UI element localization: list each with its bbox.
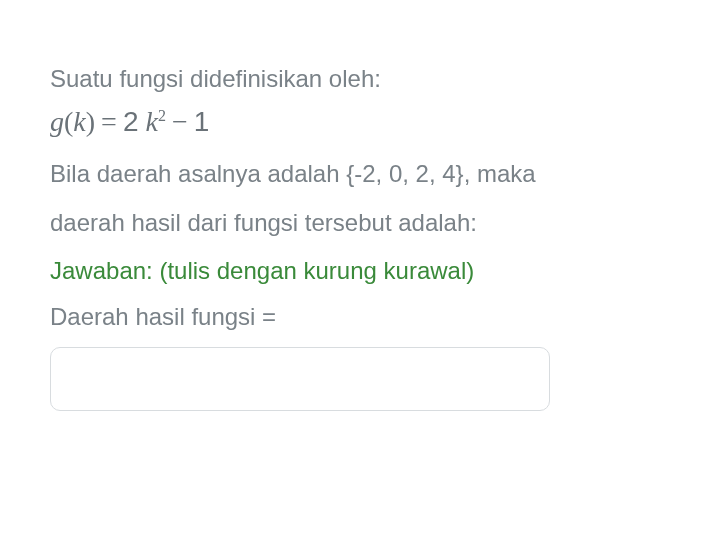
function-formula: g(k)=2 k2−1 <box>50 106 670 138</box>
constant: 1 <box>194 106 210 137</box>
equals-sign: = <box>101 106 117 137</box>
open-paren: ( <box>64 106 73 137</box>
answer-input[interactable] <box>50 347 550 411</box>
answer-hint: Jawaban: (tulis dengan kurung kurawal) <box>50 252 670 290</box>
exponent: 2 <box>158 107 166 124</box>
intro-text: Suatu fungsi didefinisikan oleh: <box>50 60 670 98</box>
question-line-2: daerah hasil dari fungsi tersebut adalah… <box>50 203 670 244</box>
answer-label: Daerah hasil fungsi = <box>50 298 670 336</box>
minus-sign: − <box>172 106 188 137</box>
variable: k <box>145 106 157 137</box>
close-paren: ) <box>86 106 95 137</box>
coefficient: 2 <box>123 106 139 137</box>
variable-in-paren: k <box>73 106 85 137</box>
function-name: g <box>50 106 64 137</box>
question-line-1: Bila daerah asalnya adalah {-2, 0, 2, 4}… <box>50 154 670 195</box>
